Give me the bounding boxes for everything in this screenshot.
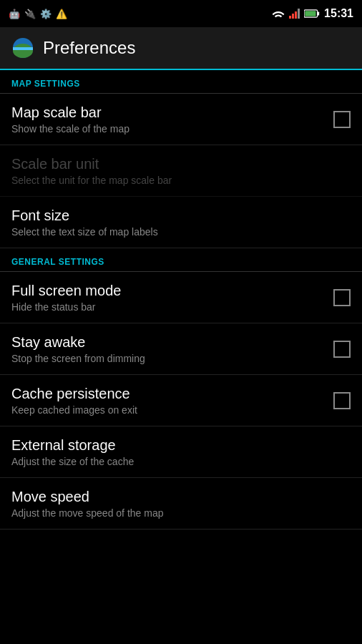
cache-persistence-title: Cache persistence [11, 386, 325, 402]
svg-rect-5 [13, 47, 33, 50]
svg-rect-2 [305, 11, 315, 16]
header-map-icon [11, 36, 34, 59]
cache-persistence-item[interactable]: Cache persistence Keep cached images on … [0, 375, 362, 426]
scale-bar-unit-title: Scale bar unit [11, 156, 342, 172]
move-speed-item[interactable]: Move speed Adjust the move speed of the … [0, 478, 362, 530]
svg-point-4 [13, 44, 33, 58]
usb-icon: 🔌 [24, 9, 36, 19]
scale-bar-unit-subtitle: Select the unit for the map scale bar [11, 175, 342, 186]
full-screen-mode-subtitle: Hide the status bar [11, 301, 325, 313]
full-screen-mode-title: Full screen mode [11, 283, 325, 299]
status-time: 15:31 [324, 7, 353, 20]
settings-icon: ⚙️ [40, 9, 52, 19]
general-settings-section: GENERAL SETTINGS Full screen mode Hide t… [0, 248, 362, 530]
general-settings-header: GENERAL SETTINGS [0, 248, 362, 271]
map-settings-header: MAP SETTINGS [0, 70, 362, 93]
stay-awake-subtitle: Stop the screen from dimming [11, 353, 325, 364]
preferences-content: MAP SETTINGS Map scale bar Show the scal… [0, 70, 362, 530]
stay-awake-item[interactable]: Stay awake Stop the screen from dimming [0, 323, 362, 375]
wifi-icon [272, 9, 285, 19]
warning-icon: ⚠️ [56, 9, 67, 19]
cache-persistence-checkbox[interactable] [333, 392, 351, 409]
full-screen-mode-item[interactable]: Full screen mode Hide the status bar [0, 272, 362, 323]
cache-persistence-subtitle: Keep cached images on exit [11, 404, 325, 416]
move-speed-text: Move speed Adjust the move speed of the … [11, 489, 351, 519]
svg-rect-1 [318, 11, 319, 15]
app-header: Preferences [0, 27, 362, 70]
map-scale-bar-checkbox[interactable] [333, 111, 351, 128]
status-bar: 🤖 🔌 ⚙️ ⚠️ 15:31 [0, 0, 362, 27]
font-size-title: Font size [11, 208, 342, 224]
android-icon: 🤖 [9, 9, 20, 19]
map-icon [11, 36, 34, 59]
map-settings-section: MAP SETTINGS Map scale bar Show the scal… [0, 70, 362, 248]
stay-awake-text: Stay awake Stop the screen from dimming [11, 334, 333, 364]
font-size-item[interactable]: Font size Select the text size of map la… [0, 197, 362, 248]
cache-persistence-text: Cache persistence Keep cached images on … [11, 386, 333, 416]
scale-bar-unit-item: Scale bar unit Select the unit for the m… [0, 145, 362, 197]
map-scale-bar-title: Map scale bar [11, 104, 325, 121]
map-scale-bar-item[interactable]: Map scale bar Show the scale of the map [0, 94, 362, 145]
signal-bars [289, 9, 300, 19]
status-bar-left: 🤖 🔌 ⚙️ ⚠️ [9, 9, 67, 19]
stay-awake-title: Stay awake [11, 334, 325, 351]
font-size-text: Font size Select the text size of map la… [11, 208, 351, 238]
full-screen-mode-checkbox[interactable] [333, 289, 351, 306]
page-title: Preferences [43, 38, 135, 58]
external-storage-item[interactable]: External storage Adjust the size of the … [0, 426, 362, 478]
stay-awake-checkbox[interactable] [333, 341, 351, 358]
move-speed-title: Move speed [11, 489, 342, 505]
map-scale-bar-subtitle: Show the scale of the map [11, 123, 325, 135]
move-speed-subtitle: Adjust the move speed of the map [11, 507, 342, 519]
map-scale-bar-text: Map scale bar Show the scale of the map [11, 104, 333, 135]
full-screen-mode-text: Full screen mode Hide the status bar [11, 283, 333, 313]
status-bar-right: 15:31 [272, 7, 353, 20]
external-storage-subtitle: Adjust the size of the cache [11, 456, 342, 467]
external-storage-title: External storage [11, 437, 342, 454]
external-storage-text: External storage Adjust the size of the … [11, 437, 351, 467]
font-size-subtitle: Select the text size of map labels [11, 226, 342, 238]
scale-bar-unit-text: Scale bar unit Select the unit for the m… [11, 156, 351, 186]
battery-icon [304, 9, 320, 19]
